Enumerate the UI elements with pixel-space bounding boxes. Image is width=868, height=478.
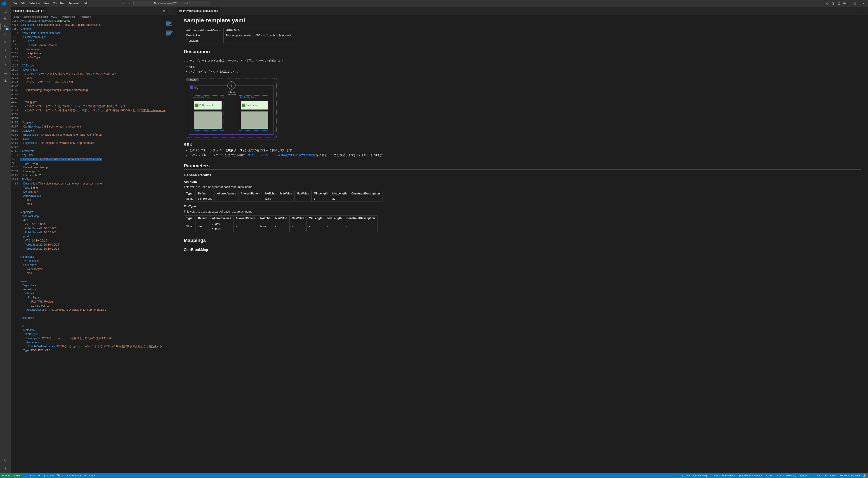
tab-sample-template[interactable]: ! sample-template.yaml × bbox=[11, 7, 47, 15]
nav-forward-icon[interactable]: → bbox=[128, 2, 131, 5]
status-encoding[interactable]: UTF-8 bbox=[813, 474, 820, 477]
appname-heading: AppName bbox=[184, 180, 861, 183]
liveshare-icon: ↗ bbox=[66, 474, 68, 477]
description-list: VPC パブリックサブネット(2AZに1つずつ) bbox=[184, 65, 861, 74]
remote-indicator[interactable]: ⇋WSL: Ubuntu bbox=[0, 473, 22, 478]
menu-edit[interactable]: Edit bbox=[19, 1, 27, 6]
window-controls: ─ ▢ ✕ bbox=[841, 0, 868, 7]
code-text[interactable]: AWSTemplateFormatVersion: 2010-09-09 Des… bbox=[20, 19, 165, 473]
status-problems[interactable]: ⊘0 ⚠0 bbox=[43, 474, 54, 477]
ports-icon: 📡 bbox=[57, 474, 60, 477]
more-right-icon[interactable]: ⋯ bbox=[864, 9, 866, 12]
status-bar: ⇋WSL: Ubuntu ⎇docs* ⟳ ⊘0 ⚠0 📡2 ↗Live Sha… bbox=[0, 473, 868, 478]
menu-terminal[interactable]: Terminal bbox=[67, 1, 81, 6]
cidrblockmap-heading: CidrBlockMap bbox=[184, 248, 861, 252]
activity-bar: 🔍 16 ▷ ⊞ 🖥 ⚗ ⎙ ☁ ⚓ ◯ ⚙ bbox=[0, 7, 11, 473]
tab-label: sample-template.yaml bbox=[15, 9, 41, 12]
note-list: このテンプレートファイルは東京リージョン上でのみの使用に制限しています このテン… bbox=[184, 148, 861, 158]
quota-link[interactable]: 東京リージョン上に作成可能なVPCの最大数の設定 bbox=[248, 153, 316, 157]
igw-icon: ⏚ bbox=[227, 81, 236, 90]
menu-help[interactable]: Help bbox=[81, 1, 90, 6]
status-liveshare[interactable]: ↗Live Share bbox=[66, 474, 81, 477]
parameters-heading: Parameters bbox=[184, 163, 861, 170]
editor-group-right: ▤ Preview sample-template.md ◫ ⋯ sample-… bbox=[177, 7, 868, 473]
crumb-parameters[interactable]: {} Parameters bbox=[60, 16, 75, 18]
source-control-icon[interactable]: 16 bbox=[2, 24, 8, 30]
run-debug-icon[interactable]: ▷ bbox=[2, 31, 8, 37]
status-cursor[interactable]: Ln 34, Col 11 (70 selected) bbox=[766, 474, 796, 477]
search-icon[interactable]: 🔍 bbox=[2, 16, 8, 22]
subnet-icon bbox=[242, 103, 245, 107]
editor-tabs-left: ! sample-template.yaml × ▦ ◫ ⋯ bbox=[11, 7, 177, 15]
minimap[interactable] bbox=[165, 19, 177, 473]
status-eol[interactable]: LF bbox=[824, 474, 827, 477]
settings-gear-icon[interactable]: ⚙ bbox=[2, 465, 8, 472]
menu-go[interactable]: Go bbox=[51, 1, 58, 6]
appname-desc: This value is used as a part of each res… bbox=[184, 185, 861, 189]
tab-preview[interactable]: ▤ Preview sample-template.md bbox=[177, 7, 221, 15]
search-icon: 🔍 bbox=[153, 2, 157, 5]
error-icon: ⊘ bbox=[43, 474, 45, 477]
line-gutter: 1 2 3 4 5 6 7 8 9 10 11 12 13 14 15 16 1… bbox=[11, 19, 20, 473]
crumb-appname[interactable]: {} AppName bbox=[78, 16, 91, 18]
description-text: このテンプレートファイル東京リージョン上で以下のリソースを作成します bbox=[184, 59, 861, 63]
aws-icon[interactable]: ☁ bbox=[2, 70, 8, 76]
azurite-table[interactable]: [Azurite Table Service] bbox=[682, 474, 707, 477]
crumb-file-icon: ! bbox=[22, 16, 23, 18]
close-icon[interactable]: ✕ bbox=[859, 0, 868, 7]
menu-view[interactable]: View bbox=[42, 1, 51, 6]
markdown-preview[interactable]: sample-template.yaml AWSTemplateFormatVe… bbox=[177, 15, 868, 473]
docker-icon[interactable]: ⚓ bbox=[2, 77, 8, 84]
crumb-folder[interactable]: docs bbox=[14, 16, 19, 18]
maximize-icon[interactable]: ▢ bbox=[850, 0, 859, 7]
editor-tabs-right: ▤ Preview sample-template.md ◫ ⋯ bbox=[177, 7, 868, 15]
note-heading: 注意点 bbox=[184, 143, 861, 147]
status-gitgraph[interactable]: Git Graph bbox=[84, 474, 95, 477]
tab-close-icon[interactable]: × bbox=[43, 9, 45, 12]
crumb-file[interactable]: sample-template.yaml bbox=[24, 16, 48, 18]
accounts-icon[interactable]: ◯ bbox=[2, 457, 8, 463]
breadcrumb[interactable]: docs› ! sample-template.yaml› YAML› {} P… bbox=[11, 15, 177, 19]
nav-back-icon[interactable]: ← bbox=[122, 2, 125, 5]
command-center-text: cfn-docgen [WSL: Ubuntu] bbox=[158, 2, 190, 5]
github-icon[interactable]: ⎙ bbox=[2, 62, 8, 68]
envtype-desc: This value is used as a part of each res… bbox=[184, 209, 861, 214]
svg-point-2 bbox=[6, 26, 7, 27]
editor-group-left: ! sample-template.yaml × ▦ ◫ ⋯ docs› ! s… bbox=[11, 7, 177, 473]
command-center[interactable]: 🔍 cfn-docgen [WSL: Ubuntu] bbox=[133, 1, 210, 6]
architecture-diagram: ⚐Region VPC ⏚ Internet gateway Availabil… bbox=[184, 76, 279, 140]
status-sync[interactable]: ⟳ bbox=[38, 474, 40, 477]
code-editor[interactable]: 1 2 3 4 5 6 7 8 9 10 11 12 13 14 15 16 1… bbox=[11, 19, 177, 473]
azurite-blob[interactable]: [Azurite Blob Service] bbox=[739, 474, 763, 477]
toggle-panel2-icon[interactable]: ⬓ bbox=[837, 2, 840, 5]
status-language[interactable]: YAML bbox=[830, 474, 836, 477]
branch-icon: ⎇ bbox=[25, 474, 28, 477]
toggle-sidebar-icon[interactable]: ◨ bbox=[832, 2, 834, 5]
more-icon[interactable]: ⋯ bbox=[172, 9, 175, 12]
envtype-table: TypeDefaultAllowedValuesAllowedPatternNo… bbox=[184, 215, 377, 233]
status-schema[interactable]: No JSON Schema bbox=[839, 474, 860, 477]
split-editor-right-icon[interactable]: ◫ bbox=[859, 9, 861, 12]
status-right: [Azurite Table Service] [Azurite Queue S… bbox=[682, 474, 866, 477]
remote-explorer-icon[interactable]: 🖥 bbox=[2, 47, 8, 53]
azurite-queue[interactable]: [Azurite Queue Service] bbox=[710, 474, 736, 477]
split-editor-icon[interactable]: ◫ bbox=[167, 9, 170, 12]
menu-selection[interactable]: Selection bbox=[27, 1, 41, 6]
mappings-heading: Mappings bbox=[184, 238, 861, 244]
testing-icon[interactable]: ⚗ bbox=[2, 54, 8, 61]
explorer-icon[interactable] bbox=[2, 8, 8, 14]
menu-run[interactable]: Run bbox=[59, 1, 67, 6]
yaml-file-icon: ! bbox=[13, 9, 14, 12]
run-icon[interactable]: ▦ bbox=[163, 9, 165, 12]
crumb-yaml[interactable]: YAML bbox=[51, 16, 57, 18]
status-branch[interactable]: ⎇docs* bbox=[25, 474, 35, 477]
minimize-icon[interactable]: ─ bbox=[841, 0, 850, 7]
status-spaces[interactable]: Spaces: 2 bbox=[799, 474, 810, 477]
status-ports[interactable]: 📡2 bbox=[57, 474, 63, 477]
menu-file[interactable]: File bbox=[11, 1, 18, 6]
description-heading: Description bbox=[184, 49, 861, 55]
toggle-panel-icon[interactable]: ▢ bbox=[826, 2, 829, 5]
status-bell-icon[interactable]: 🔔 bbox=[863, 474, 866, 477]
extensions-icon[interactable]: ⊞ bbox=[2, 39, 8, 45]
envtype-heading: EnvType bbox=[184, 205, 861, 208]
